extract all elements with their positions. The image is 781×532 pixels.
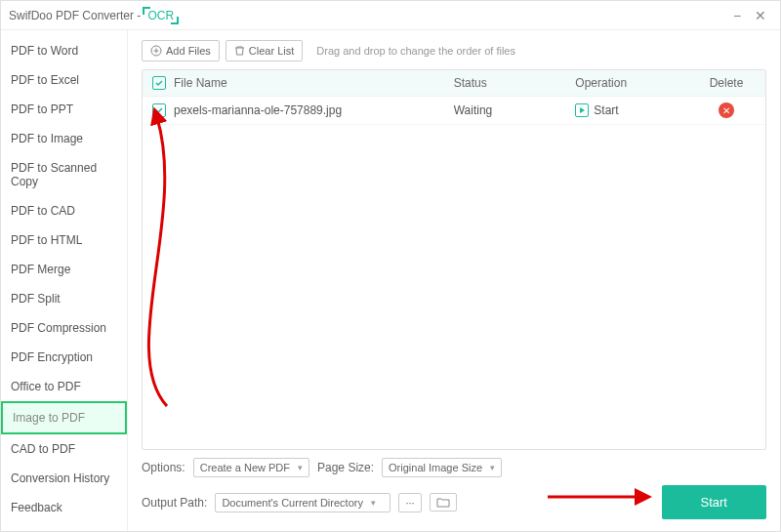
pagesize-label: Page Size: [317,461,374,474]
plus-circle-icon [150,45,162,57]
sidebar-item-pdf-to-scanned-copy[interactable]: PDF to Scanned Copy [1,153,127,196]
chevron-down-icon: ▾ [490,463,495,472]
sidebar-item-image-to-pdf[interactable]: Image to PDF [1,401,127,434]
file-name: pexels-marianna-ole-757889.jpg [174,103,454,117]
sidebar-item-pdf-merge[interactable]: PDF Merge [1,255,127,284]
header-status: Status [454,76,576,90]
sidebar-item-pdf-compression[interactable]: PDF Compression [1,313,127,343]
titlebar: SwifDoo PDF Converter - OCR − ✕ [1,1,780,30]
folder-icon [436,497,450,508]
header-filename: File Name [174,76,454,90]
delete-button[interactable]: ✕ [719,102,734,118]
more-button[interactable]: ··· [398,493,421,512]
clear-list-button[interactable]: Clear List [226,40,303,61]
pagesize-select[interactable]: Original Image Size▾ [382,458,502,477]
sidebar-item-pdf-to-image[interactable]: PDF to Image [1,124,127,153]
close-button[interactable]: ✕ [749,8,772,23]
sidebar-item-office-to-pdf[interactable]: Office to PDF [1,372,127,401]
file-table: File Name Status Operation Delete pexels… [142,69,766,450]
sidebar-item-pdf-to-html[interactable]: PDF to HTML [1,225,127,255]
sidebar-item-pdf-encryption[interactable]: PDF Encryption [1,343,127,372]
sidebar-item-pdf-to-cad[interactable]: PDF to CAD [1,196,127,225]
output-row: Output Path: Document's Current Director… [142,485,766,519]
add-files-button[interactable]: Add Files [142,40,220,61]
toolbar-hint: Drag and drop to change the order of fil… [316,45,515,57]
output-label: Output Path: [142,496,207,510]
sidebar-item-cad-to-pdf[interactable]: CAD to PDF [1,434,127,464]
row-start-button[interactable]: Start [575,103,697,117]
sidebar-item-pdf-split[interactable]: PDF Split [1,284,127,313]
sidebar-item-pdf-to-excel[interactable]: PDF to Excel [1,65,127,95]
header-operation: Operation [575,76,697,90]
sidebar: PDF to WordPDF to ExcelPDF to PPTPDF to … [1,30,128,531]
select-all-checkbox[interactable] [152,76,166,90]
header-delete: Delete [697,76,756,90]
options-row: Options: Create a New PDF▾ Page Size: Or… [142,458,766,477]
main-panel: Add Files Clear List Drag and drop to ch… [128,30,780,531]
table-header: File Name Status Operation Delete [143,70,765,97]
chevron-down-icon: ▾ [298,463,303,472]
table-row: pexels-marianna-ole-757889.jpgWaitingSta… [143,97,765,125]
chevron-down-icon: ▾ [371,498,376,508]
start-button[interactable]: Start [662,485,766,519]
toolbar: Add Files Clear List Drag and drop to ch… [142,40,766,61]
row-checkbox[interactable] [152,103,166,117]
sidebar-item-feedback[interactable]: Feedback [1,493,127,522]
sidebar-item-pdf-to-ppt[interactable]: PDF to PPT [1,95,127,124]
trash-icon [234,45,245,57]
output-path-select[interactable]: Document's Current Directory▾ [215,493,390,512]
options-label: Options: [142,461,185,474]
open-folder-button[interactable] [430,493,457,512]
options-select[interactable]: Create a New PDF▾ [193,458,309,477]
sidebar-item-conversion-history[interactable]: Conversion History [1,464,127,493]
play-icon [575,103,589,117]
file-status: Waiting [454,103,576,117]
app-title: SwifDoo PDF Converter - [9,9,141,22]
ocr-badge: OCR [144,9,177,22]
sidebar-item-pdf-to-word[interactable]: PDF to Word [1,36,127,65]
minimize-button[interactable]: − [725,8,749,23]
